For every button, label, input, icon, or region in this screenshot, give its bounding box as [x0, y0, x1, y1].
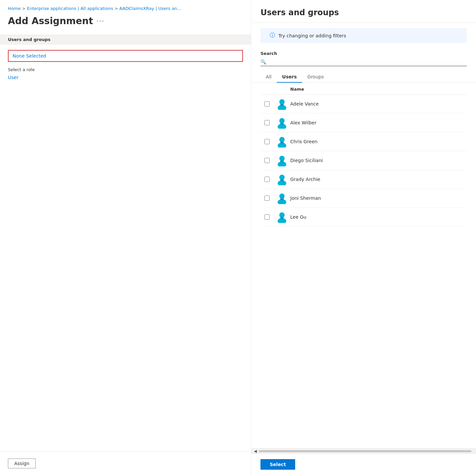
user-checkbox-3[interactable] — [264, 158, 270, 163]
right-panel-title: Users and groups — [251, 0, 476, 23]
info-banner: ⓘ Try changing or adding filters — [260, 28, 467, 43]
user-avatar-cell — [274, 117, 290, 129]
svg-rect-2 — [280, 104, 284, 106]
left-panel: Home > Enterprise applications | All app… — [0, 0, 251, 475]
svg-rect-17 — [280, 198, 284, 200]
user-name-cell: Adele Vance — [290, 101, 467, 107]
user-name-cell: Chris Green — [290, 139, 467, 144]
info-icon: ⓘ — [270, 32, 275, 39]
svg-point-12 — [279, 175, 285, 180]
user-name-cell: Joni Sherman — [290, 195, 467, 201]
page-title-container: Add Assignment ··· — [0, 14, 251, 34]
svg-rect-5 — [280, 123, 284, 125]
scroll-left-icon[interactable]: ◀ — [254, 449, 257, 453]
user-avatar-icon — [276, 117, 288, 129]
user-name-cell: Lee Gu — [290, 214, 467, 220]
tabs-container: All Users Groups — [251, 66, 476, 83]
user-checkbox-cell — [260, 158, 274, 163]
user-checkbox-1[interactable] — [264, 120, 270, 125]
assign-button[interactable]: Assign — [8, 458, 36, 468]
users-groups-section-label: Users and groups — [0, 34, 251, 45]
user-checkbox-cell — [260, 177, 274, 182]
column-header-row: Name — [260, 83, 467, 95]
name-column-header: Name — [290, 87, 467, 92]
user-checkbox-cell — [260, 139, 274, 144]
user-avatar-cell — [274, 136, 290, 148]
svg-point-15 — [279, 194, 285, 199]
select-button[interactable]: Select — [260, 459, 295, 470]
breadcrumb: Home > Enterprise applications | All app… — [0, 0, 251, 14]
user-checkbox-2[interactable] — [264, 139, 270, 144]
svg-point-0 — [279, 99, 285, 105]
svg-rect-14 — [280, 179, 284, 181]
search-input[interactable] — [268, 59, 467, 65]
right-panel: Users and groups ⓘ Try changing or addin… — [251, 0, 476, 475]
user-avatar-icon — [276, 98, 288, 110]
none-selected-button[interactable]: None Selected — [8, 50, 243, 62]
breadcrumb-sep-2: > — [114, 6, 118, 11]
search-icon: 🔍 — [260, 59, 266, 65]
search-box: 🔍 — [260, 58, 467, 66]
user-row[interactable]: Adele Vance — [260, 95, 467, 113]
svg-rect-11 — [280, 160, 284, 162]
user-name-cell: Grady Archie — [290, 177, 467, 182]
svg-rect-20 — [280, 217, 284, 219]
search-label: Search — [260, 51, 467, 56]
breadcrumb-sep-1: > — [22, 6, 25, 11]
user-checkbox-cell — [260, 120, 274, 125]
user-row[interactable]: Diego Siciliani — [260, 151, 467, 170]
left-bottom-bar: Assign — [0, 452, 251, 475]
page-title: Add Assignment — [8, 16, 93, 26]
info-banner-text: Try changing or adding filters — [278, 33, 346, 38]
svg-rect-8 — [280, 142, 284, 144]
user-avatar-icon — [276, 192, 288, 204]
user-row[interactable]: Joni Sherman — [260, 189, 467, 208]
svg-point-6 — [279, 137, 285, 142]
user-name-cell: Alex Wilber — [290, 120, 467, 125]
svg-point-9 — [279, 156, 285, 161]
user-checkbox-0[interactable] — [264, 101, 270, 107]
role-value[interactable]: User — [0, 73, 251, 81]
user-checkbox-5[interactable] — [264, 195, 270, 201]
user-table: Name Adele Vance — [251, 83, 476, 448]
user-avatar-cell — [274, 98, 290, 110]
user-avatar-cell — [274, 192, 290, 204]
user-row[interactable]: Grady Archie — [260, 170, 467, 189]
right-bottom-bar: Select — [251, 453, 476, 475]
svg-point-18 — [279, 212, 285, 218]
user-avatar-cell — [274, 173, 290, 185]
user-checkbox-cell — [260, 101, 274, 107]
user-row[interactable]: Lee Gu — [260, 208, 467, 227]
scrollbar-track[interactable] — [259, 450, 471, 452]
tab-all[interactable]: All — [260, 71, 277, 83]
user-checkbox-cell — [260, 195, 274, 201]
breadcrumb-enterprise-apps[interactable]: Enterprise applications | All applicatio… — [27, 6, 113, 11]
user-checkbox-4[interactable] — [264, 177, 270, 182]
breadcrumb-home[interactable]: Home — [8, 6, 20, 11]
tab-users[interactable]: Users — [277, 71, 302, 83]
user-avatar-cell — [274, 154, 290, 166]
none-selected-text: None Selected — [13, 53, 46, 59]
user-avatar-cell — [274, 211, 290, 223]
tab-groups[interactable]: Groups — [302, 71, 329, 83]
horizontal-scrollbar[interactable]: ◀ — [251, 448, 476, 453]
user-checkbox-6[interactable] — [264, 214, 270, 220]
user-avatar-icon — [276, 211, 288, 223]
user-avatar-icon — [276, 136, 288, 148]
user-avatar-icon — [276, 173, 288, 185]
user-checkbox-cell — [260, 214, 274, 220]
breadcrumb-aad[interactable]: AADClaimsXRay | Users an... — [119, 6, 181, 11]
search-section: Search 🔍 — [251, 48, 476, 66]
svg-point-3 — [279, 118, 285, 123]
more-options-icon[interactable]: ··· — [97, 17, 105, 25]
user-avatar-icon — [276, 154, 288, 166]
user-name-cell: Diego Siciliani — [290, 158, 467, 163]
select-role-label: Select a role — [0, 62, 251, 73]
user-row[interactable]: Chris Green — [260, 132, 467, 151]
user-row[interactable]: Alex Wilber — [260, 113, 467, 132]
user-list: Adele Vance Alex Wilber — [260, 95, 467, 227]
